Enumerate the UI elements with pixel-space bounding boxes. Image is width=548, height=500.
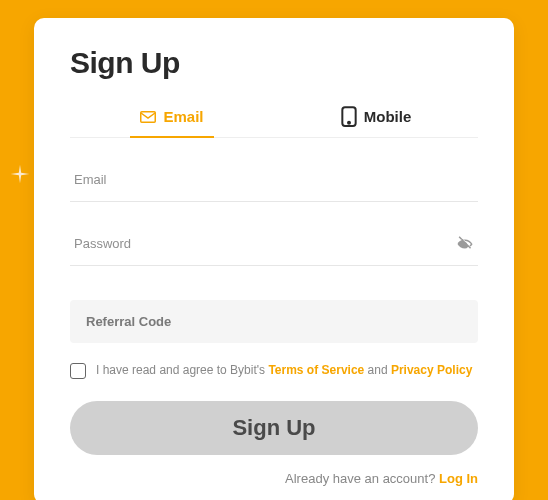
referral-field[interactable]: Referral Code [70,300,478,343]
login-link[interactable]: Log In [439,471,478,486]
login-prefix: Already have an account? [285,471,439,486]
tab-mobile[interactable]: Mobile [274,108,478,137]
agree-text: I have read and agree to Bybit's Terms o… [96,363,472,379]
svg-rect-0 [141,111,156,122]
password-label: Password [74,230,456,257]
agree-mid: and [364,363,391,377]
privacy-policy-link[interactable]: Privacy Policy [391,363,472,377]
email-icon [140,110,156,124]
star-decoration [6,160,34,190]
page-title: Sign Up [70,46,478,80]
svg-point-3 [463,242,467,246]
agree-checkbox[interactable] [70,363,86,379]
terms-of-service-link[interactable]: Terms of Service [268,363,364,377]
signup-tabs: Email Mobile [70,108,478,138]
email-field[interactable]: Email [70,166,478,202]
agree-row: I have read and agree to Bybit's Terms o… [70,363,478,379]
password-field[interactable]: Password [70,230,478,266]
tab-email[interactable]: Email [70,108,274,137]
referral-label: Referral Code [86,314,462,329]
mobile-icon [341,110,357,124]
login-row: Already have an account? Log In [70,471,478,486]
agree-prefix: I have read and agree to Bybit's [96,363,268,377]
email-label: Email [74,166,474,193]
tab-mobile-label: Mobile [364,108,412,125]
signup-button[interactable]: Sign Up [70,401,478,455]
signup-card: Sign Up Email Mobile Email [34,18,514,500]
tab-email-label: Email [163,108,203,125]
svg-point-2 [348,122,350,124]
eye-off-icon[interactable] [456,235,474,253]
